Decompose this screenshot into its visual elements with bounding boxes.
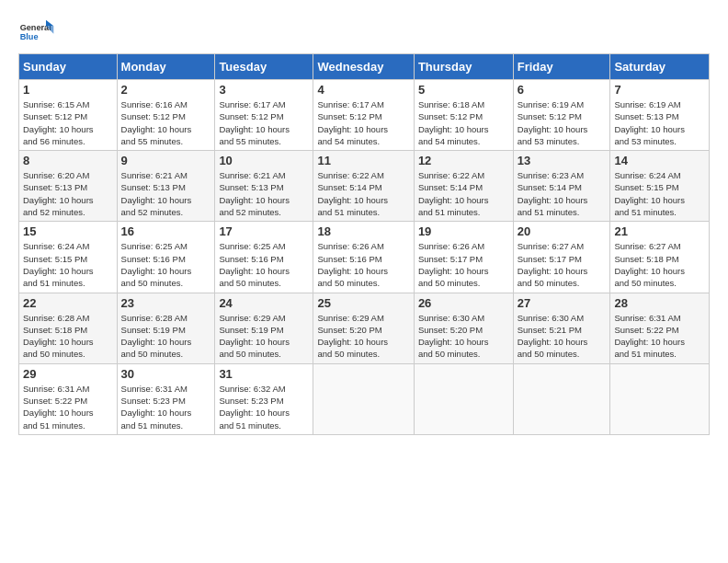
calendar-cell: 19Sunrise: 6:26 AMSunset: 5:17 PMDayligh… [414, 222, 513, 293]
calendar-cell: 22Sunrise: 6:28 AMSunset: 5:18 PMDayligh… [19, 293, 118, 363]
day-number: 4 [317, 83, 409, 97]
calendar-cell: 28Sunrise: 6:31 AMSunset: 5:22 PMDayligh… [610, 293, 710, 363]
day-number: 14 [614, 154, 705, 167]
calendar-cell: 10Sunrise: 6:21 AMSunset: 5:13 PMDayligh… [215, 151, 313, 222]
day-info: Sunrise: 6:20 AMSunset: 5:13 PMDaylight:… [23, 169, 113, 218]
calendar-cell: 16Sunrise: 6:25 AMSunset: 5:16 PMDayligh… [117, 222, 215, 293]
day-header-sunday: Sunday [19, 54, 118, 80]
day-info: Sunrise: 6:19 AMSunset: 5:12 PMDaylight:… [518, 98, 607, 147]
calendar-header-row: SundayMondayTuesdayWednesdayThursdayFrid… [19, 54, 710, 80]
day-header-wednesday: Wednesday [313, 54, 414, 80]
day-info: Sunrise: 6:21 AMSunset: 5:13 PMDaylight:… [121, 169, 211, 218]
calendar-cell [313, 363, 414, 434]
calendar-cell: 14Sunrise: 6:24 AMSunset: 5:15 PMDayligh… [610, 151, 710, 222]
calendar-cell: 11Sunrise: 6:22 AMSunset: 5:14 PMDayligh… [313, 151, 414, 222]
calendar-cell: 25Sunrise: 6:29 AMSunset: 5:20 PMDayligh… [313, 293, 414, 363]
day-number: 18 [317, 224, 409, 238]
calendar-cell: 4Sunrise: 6:17 AMSunset: 5:12 PMDaylight… [313, 80, 414, 151]
calendar-cell: 8Sunrise: 6:20 AMSunset: 5:13 PMDaylight… [19, 151, 118, 222]
day-number: 7 [614, 83, 705, 97]
calendar-cell: 18Sunrise: 6:26 AMSunset: 5:16 PMDayligh… [313, 222, 414, 293]
calendar-cell: 27Sunrise: 6:30 AMSunset: 5:21 PMDayligh… [513, 293, 610, 363]
day-header-monday: Monday [117, 54, 215, 80]
day-number: 19 [418, 224, 509, 238]
calendar-table: SundayMondayTuesdayWednesdayThursdayFrid… [18, 53, 710, 435]
calendar-week-row: 1Sunrise: 6:15 AMSunset: 5:12 PMDaylight… [19, 80, 710, 151]
day-info: Sunrise: 6:26 AMSunset: 5:16 PMDaylight:… [317, 240, 409, 289]
day-info: Sunrise: 6:26 AMSunset: 5:17 PMDaylight:… [418, 240, 509, 289]
calendar-cell: 23Sunrise: 6:28 AMSunset: 5:19 PMDayligh… [117, 293, 215, 363]
day-number: 26 [418, 296, 509, 310]
day-number: 10 [219, 154, 309, 167]
day-info: Sunrise: 6:25 AMSunset: 5:16 PMDaylight:… [121, 240, 211, 289]
day-header-thursday: Thursday [414, 54, 513, 80]
day-info: Sunrise: 6:22 AMSunset: 5:14 PMDaylight:… [418, 169, 509, 218]
day-number: 9 [121, 154, 211, 167]
day-number: 15 [23, 224, 113, 238]
day-info: Sunrise: 6:24 AMSunset: 5:15 PMDaylight:… [23, 240, 113, 289]
day-info: Sunrise: 6:21 AMSunset: 5:13 PMDaylight:… [219, 169, 309, 218]
day-header-friday: Friday [513, 54, 610, 80]
calendar-cell: 1Sunrise: 6:15 AMSunset: 5:12 PMDaylight… [19, 80, 118, 151]
calendar-week-row: 15Sunrise: 6:24 AMSunset: 5:15 PMDayligh… [19, 222, 710, 293]
day-number: 29 [23, 367, 113, 381]
day-number: 31 [219, 367, 309, 381]
calendar-cell: 15Sunrise: 6:24 AMSunset: 5:15 PMDayligh… [19, 222, 118, 293]
day-info: Sunrise: 6:22 AMSunset: 5:14 PMDaylight:… [317, 169, 409, 218]
calendar-cell: 13Sunrise: 6:23 AMSunset: 5:14 PMDayligh… [513, 151, 610, 222]
logo: General Blue [18, 18, 57, 46]
day-info: Sunrise: 6:29 AMSunset: 5:19 PMDaylight:… [219, 312, 309, 361]
day-info: Sunrise: 6:27 AMSunset: 5:18 PMDaylight:… [614, 240, 705, 289]
day-info: Sunrise: 6:27 AMSunset: 5:17 PMDaylight:… [518, 240, 607, 289]
svg-text:Blue: Blue [20, 32, 39, 41]
day-number: 28 [614, 296, 705, 310]
day-number: 13 [518, 154, 607, 167]
calendar-cell [513, 363, 610, 434]
day-info: Sunrise: 6:28 AMSunset: 5:18 PMDaylight:… [23, 312, 113, 361]
day-number: 22 [23, 296, 113, 310]
day-info: Sunrise: 6:31 AMSunset: 5:23 PMDaylight:… [121, 383, 211, 431]
day-number: 12 [418, 154, 509, 167]
day-info: Sunrise: 6:17 AMSunset: 5:12 PMDaylight:… [219, 98, 309, 147]
calendar-cell: 12Sunrise: 6:22 AMSunset: 5:14 PMDayligh… [414, 151, 513, 222]
day-number: 23 [121, 296, 211, 310]
day-header-saturday: Saturday [610, 54, 710, 80]
day-info: Sunrise: 6:32 AMSunset: 5:23 PMDaylight:… [219, 383, 309, 431]
day-info: Sunrise: 6:25 AMSunset: 5:16 PMDaylight:… [219, 240, 309, 289]
calendar-cell: 30Sunrise: 6:31 AMSunset: 5:23 PMDayligh… [117, 363, 215, 434]
day-info: Sunrise: 6:31 AMSunset: 5:22 PMDaylight:… [614, 312, 705, 361]
day-number: 2 [121, 83, 211, 97]
day-info: Sunrise: 6:28 AMSunset: 5:19 PMDaylight:… [121, 312, 211, 361]
day-info: Sunrise: 6:15 AMSunset: 5:12 PMDaylight:… [23, 98, 113, 147]
day-number: 25 [317, 296, 409, 310]
day-number: 11 [317, 154, 409, 167]
day-number: 16 [121, 224, 211, 238]
day-info: Sunrise: 6:18 AMSunset: 5:12 PMDaylight:… [418, 98, 509, 147]
calendar-cell: 2Sunrise: 6:16 AMSunset: 5:12 PMDaylight… [117, 80, 215, 151]
calendar-cell: 31Sunrise: 6:32 AMSunset: 5:23 PMDayligh… [215, 363, 313, 434]
day-info: Sunrise: 6:24 AMSunset: 5:15 PMDaylight:… [614, 169, 705, 218]
day-number: 8 [23, 154, 113, 167]
day-number: 21 [614, 224, 705, 238]
day-info: Sunrise: 6:30 AMSunset: 5:20 PMDaylight:… [418, 312, 509, 361]
calendar-cell: 7Sunrise: 6:19 AMSunset: 5:13 PMDaylight… [610, 80, 710, 151]
calendar-cell: 26Sunrise: 6:30 AMSunset: 5:20 PMDayligh… [414, 293, 513, 363]
calendar-cell: 21Sunrise: 6:27 AMSunset: 5:18 PMDayligh… [610, 222, 710, 293]
day-number: 3 [219, 83, 309, 97]
day-info: Sunrise: 6:23 AMSunset: 5:14 PMDaylight:… [518, 169, 607, 218]
calendar-week-row: 29Sunrise: 6:31 AMSunset: 5:22 PMDayligh… [19, 363, 710, 434]
calendar-week-row: 22Sunrise: 6:28 AMSunset: 5:18 PMDayligh… [19, 293, 710, 363]
day-header-tuesday: Tuesday [215, 54, 313, 80]
day-number: 24 [219, 296, 309, 310]
calendar-cell [414, 363, 513, 434]
day-info: Sunrise: 6:19 AMSunset: 5:13 PMDaylight:… [614, 98, 705, 147]
calendar-cell [610, 363, 710, 434]
logo-icon: General Blue [18, 18, 55, 46]
calendar-cell: 29Sunrise: 6:31 AMSunset: 5:22 PMDayligh… [19, 363, 118, 434]
day-info: Sunrise: 6:17 AMSunset: 5:12 PMDaylight:… [317, 98, 409, 147]
calendar-cell: 6Sunrise: 6:19 AMSunset: 5:12 PMDaylight… [513, 80, 610, 151]
day-number: 17 [219, 224, 309, 238]
day-number: 27 [518, 296, 607, 310]
day-info: Sunrise: 6:29 AMSunset: 5:20 PMDaylight:… [317, 312, 409, 361]
day-number: 30 [121, 367, 211, 381]
